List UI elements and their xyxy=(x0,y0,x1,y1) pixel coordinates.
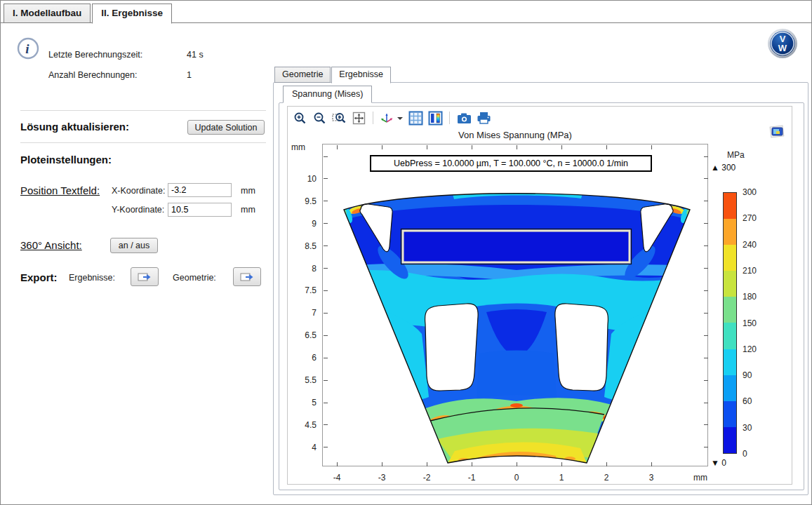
x-coordinate-label: X-Koordinate: xyxy=(112,186,165,196)
y-tick xyxy=(704,201,708,201)
colorbar-segment xyxy=(724,401,736,427)
x-tick xyxy=(651,145,652,149)
y-tick xyxy=(704,380,708,381)
y-axis-unit: mm xyxy=(291,142,305,152)
x-tick-label: -4 xyxy=(333,473,341,483)
plot-tab-spannung-mises[interactable]: Spannung (Mises) xyxy=(283,86,372,103)
x-tick xyxy=(472,145,472,149)
y-tick-label: 10 xyxy=(307,174,317,184)
y-tick xyxy=(704,358,708,358)
colorbar-tick-label: 60 xyxy=(743,396,752,406)
y-tick-label: 8 xyxy=(312,264,317,274)
last-computation-value: 41 s xyxy=(187,50,204,60)
y-tick-label: 8.5 xyxy=(305,241,317,251)
y-tick xyxy=(704,245,708,246)
y-tick-label: 6 xyxy=(312,353,317,363)
export-results-button[interactable] xyxy=(131,267,159,286)
viewer-tab-geometrie[interactable]: Geometrie xyxy=(274,67,331,83)
x-axis-unit: mm xyxy=(693,473,707,483)
colorbar-segment xyxy=(724,271,736,297)
zoom-out-icon[interactable] xyxy=(312,110,327,126)
view-360-toggle-button[interactable]: an / aus xyxy=(110,238,158,253)
y-tick xyxy=(704,313,708,314)
y-tick-label: 4 xyxy=(312,443,317,452)
zoom-box-icon[interactable] xyxy=(331,110,347,126)
y-tick-label: 7.5 xyxy=(305,285,317,295)
computation-count-value: 1 xyxy=(187,70,192,80)
print-icon[interactable] xyxy=(476,110,491,126)
x-tick xyxy=(517,462,517,466)
export-geometry-button[interactable] xyxy=(233,267,261,286)
colorbar-tick-label: 150 xyxy=(743,318,757,328)
x-tick xyxy=(517,145,517,149)
plot-window-icon[interactable] xyxy=(768,125,786,140)
y-tick-label: 5 xyxy=(312,398,317,408)
x-coordinate-input[interactable] xyxy=(168,183,232,197)
y-tick xyxy=(704,156,708,157)
plot-frame: UebPress = 10.0000 µm, T = 100.000 °C, n… xyxy=(322,144,708,466)
colorbar-tick-label: 300 xyxy=(743,187,757,197)
grid-toggle-icon[interactable] xyxy=(408,110,423,126)
update-solution-button[interactable]: Update Solution xyxy=(187,120,265,135)
y-tick xyxy=(704,424,708,425)
colorbar-segment xyxy=(724,245,736,271)
colorbar-segment xyxy=(724,323,736,349)
y-tick xyxy=(324,447,328,447)
viewer-tabbar: Geometrie Ergebnisse xyxy=(274,67,392,83)
x-tick-label: 1 xyxy=(559,473,564,483)
x-tick xyxy=(382,145,382,149)
update-solution-label: Lösung aktualisieren: xyxy=(20,121,129,133)
x-tick xyxy=(561,462,562,466)
y-tick xyxy=(324,424,328,425)
colorbar-tick-label: 30 xyxy=(743,423,752,433)
zoom-extents-icon[interactable] xyxy=(351,110,366,126)
y-tick xyxy=(704,290,708,291)
colorbar xyxy=(723,192,737,454)
application-window: I. Modellaufbau II. Ergebnisse i Letzte … xyxy=(0,0,812,505)
y-tick xyxy=(324,245,328,246)
export-icon xyxy=(138,272,152,282)
viewer-tab-ergebnisse[interactable]: Ergebnisse xyxy=(331,67,391,83)
legend-toggle-icon[interactable] xyxy=(427,110,443,126)
colorbar-segment xyxy=(724,349,736,375)
y-tick xyxy=(704,178,708,179)
vw-logo: V W xyxy=(767,28,798,59)
colorbar-segment xyxy=(724,219,736,245)
snapshot-icon[interactable] xyxy=(456,110,472,126)
tab-modellaufbau[interactable]: I. Modellaufbau xyxy=(4,4,91,23)
y-tick xyxy=(704,403,708,403)
y-tick xyxy=(704,223,708,224)
svg-text:W: W xyxy=(778,43,787,53)
y-tick xyxy=(704,447,708,447)
y-tick-label: 4.5 xyxy=(305,420,317,430)
plot-annotation: UebPress = 10.0000 µm, T = 100.000 °C, n… xyxy=(370,155,652,172)
y-tick xyxy=(324,178,328,179)
magnet-pocket xyxy=(403,231,630,262)
y-tick xyxy=(324,201,328,201)
x-tick xyxy=(427,145,427,149)
colorbar-tick-label: 180 xyxy=(743,292,757,302)
tab-ergebnisse[interactable]: II. Ergebnisse xyxy=(92,4,172,24)
x-tick xyxy=(651,462,652,466)
info-icon: i xyxy=(17,37,39,60)
y-tick-label: 7 xyxy=(312,308,317,318)
export-geometry-label: Geometrie: xyxy=(173,273,216,283)
colorbar-tick-label: 270 xyxy=(743,213,757,223)
y-tick-label: 6.5 xyxy=(305,330,317,340)
view-360-label: 360° Ansicht: xyxy=(20,239,82,251)
y-tick-label: 9 xyxy=(312,219,317,229)
divider xyxy=(20,142,266,143)
axis-orientation-icon[interactable] xyxy=(380,110,404,126)
x-tick xyxy=(472,462,472,466)
colorbar-min-marker: ▼ 0 xyxy=(711,458,726,468)
x-tick xyxy=(337,145,338,149)
x-tick-label: -3 xyxy=(378,473,386,483)
x-tick xyxy=(382,462,382,466)
graphics-canvas[interactable]: Von Mises Spannung (MPa) mm xyxy=(287,106,792,485)
toolbar-separator xyxy=(373,112,373,124)
text-position-label: Position Textfeld: xyxy=(20,184,100,196)
x-tick-label: 2 xyxy=(604,473,609,483)
zoom-in-icon[interactable] xyxy=(292,110,307,126)
y-coordinate-input[interactable] xyxy=(168,203,232,217)
plot-title: Von Mises Spannung (MPa) xyxy=(322,130,708,140)
